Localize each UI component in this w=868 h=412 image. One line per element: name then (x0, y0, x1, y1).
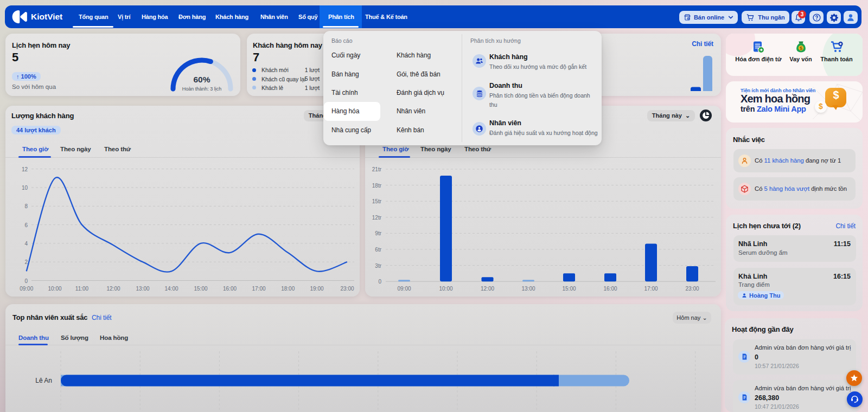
svg-text:15:00: 15:00 (562, 286, 576, 292)
svg-text:16:00: 16:00 (223, 286, 237, 292)
svg-text:17:00: 17:00 (644, 286, 658, 292)
svg-text:13:00: 13:00 (521, 286, 535, 292)
svg-text:18:00: 18:00 (281, 286, 295, 292)
svg-text:10: 10 (22, 185, 28, 191)
svg-text:Lê An: Lê An (35, 377, 52, 384)
svg-text:19:00: 19:00 (310, 286, 323, 292)
svg-text:15tr: 15tr (372, 198, 382, 204)
svg-text:12tr: 12tr (372, 215, 382, 221)
svg-text:13:00: 13:00 (136, 286, 149, 292)
svg-text:9tr: 9tr (375, 230, 381, 236)
svg-text:11:00: 11:00 (75, 286, 89, 292)
svg-text:17:00: 17:00 (252, 286, 265, 292)
svg-text:0: 0 (378, 279, 381, 285)
svg-text:14:00: 14:00 (164, 286, 178, 292)
svg-text:0: 0 (24, 278, 28, 284)
svg-text:10:00: 10:00 (48, 286, 61, 292)
svg-text:09:00: 09:00 (20, 286, 33, 292)
svg-text:12:00: 12:00 (106, 286, 120, 292)
svg-text:09:00: 09:00 (397, 286, 411, 292)
svg-text:$: $ (800, 45, 803, 51)
svg-text:12: 12 (22, 166, 28, 172)
svg-text:23:00: 23:00 (340, 286, 354, 292)
svg-text:2: 2 (24, 259, 28, 265)
svg-text:12:00: 12:00 (481, 286, 494, 292)
svg-text:6: 6 (24, 222, 28, 228)
svg-text:3tr: 3tr (375, 263, 381, 269)
svg-text:10:00: 10:00 (439, 286, 452, 292)
svg-text:21tr: 21tr (372, 166, 382, 172)
svg-text:6tr: 6tr (375, 247, 381, 253)
svg-text:8: 8 (24, 203, 28, 209)
svg-text:15:00: 15:00 (194, 286, 207, 292)
svg-text:18tr: 18tr (372, 183, 382, 189)
svg-text:16:00: 16:00 (603, 286, 617, 292)
svg-text:4: 4 (24, 241, 28, 247)
svg-text:23:00: 23:00 (685, 286, 699, 292)
